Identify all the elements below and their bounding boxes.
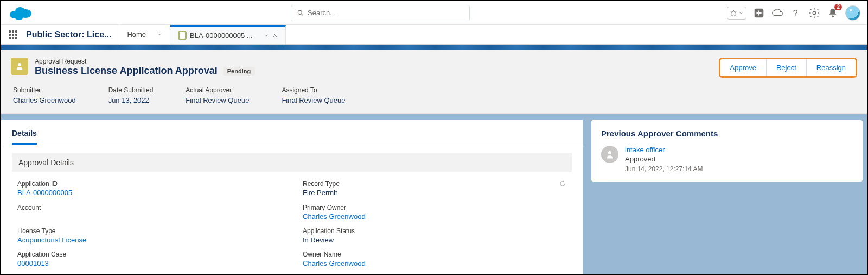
- notification-badge: 2: [834, 4, 842, 10]
- waffle-icon: [9, 30, 17, 39]
- plus-icon: [753, 7, 765, 19]
- status-badge: Pending: [223, 67, 255, 76]
- refresh-button[interactable]: [559, 180, 566, 189]
- favorites-menu[interactable]: [727, 7, 746, 20]
- help-button[interactable]: ?: [790, 7, 802, 19]
- chevron-down-icon: [738, 9, 744, 17]
- details-panel: Details Approval Details Application ID …: [1, 120, 583, 275]
- action-button-group: Approve Reject Reassign: [719, 58, 857, 78]
- tab-details[interactable]: Details: [12, 127, 37, 145]
- comment-item: intake officer Approved Jun 14, 2022, 12…: [601, 146, 853, 173]
- gear-icon: [808, 7, 820, 19]
- global-header: ? 2: [1, 1, 867, 25]
- svg-point-3: [15, 14, 23, 20]
- svg-point-9: [832, 15, 834, 17]
- application-case-link[interactable]: 00001013: [17, 259, 49, 267]
- user-avatar[interactable]: [845, 5, 860, 21]
- field-label: License Type: [17, 227, 281, 235]
- summary-label: Submitter: [13, 86, 76, 94]
- star-icon: [730, 9, 737, 17]
- app-name: Public Sector: Lice...: [25, 25, 119, 44]
- chevron-down-icon[interactable]: [264, 32, 269, 40]
- field-label: Application Case: [17, 251, 281, 258]
- svg-text:?: ?: [793, 8, 798, 17]
- decorative-band: [1, 114, 867, 120]
- section-header: Approval Details: [12, 153, 572, 172]
- salesforce-logo[interactable]: [8, 4, 34, 22]
- field-label: Record Type: [303, 180, 566, 188]
- close-tab-button[interactable]: [272, 32, 278, 40]
- svg-point-8: [813, 11, 816, 15]
- svg-point-4: [298, 10, 302, 14]
- page-header: Approval Request Business License Applic…: [1, 50, 867, 114]
- field-label: Primary Owner: [303, 204, 566, 211]
- reassign-button[interactable]: Reassign: [806, 59, 856, 76]
- reject-button[interactable]: Reject: [766, 59, 806, 76]
- svg-point-11: [608, 151, 611, 154]
- summary-value: Final Review Queue: [282, 96, 345, 104]
- global-search[interactable]: [291, 5, 470, 21]
- svg-rect-10: [180, 32, 185, 39]
- application-id-link[interactable]: BLA-0000000005: [17, 189, 72, 197]
- search-input[interactable]: [308, 9, 464, 17]
- notifications-button[interactable]: 2: [827, 7, 839, 19]
- chevron-down-icon[interactable]: [157, 30, 162, 39]
- comments-panel: Previous Approver Comments intake office…: [591, 120, 863, 182]
- field-label: Owner Name: [303, 251, 566, 258]
- cloud-icon: [771, 7, 783, 19]
- primary-owner-link[interactable]: Charles Greenwood: [303, 212, 366, 221]
- header-actions: ? 2: [727, 5, 860, 21]
- field-value: Fire Permit: [303, 189, 566, 197]
- approve-button[interactable]: Approve: [720, 59, 766, 76]
- summary-label: Assigned To: [282, 86, 345, 94]
- approval-icon: [11, 58, 28, 75]
- commenter-name-link[interactable]: intake officer: [625, 146, 703, 154]
- comment-status: Approved: [625, 155, 703, 163]
- app-nav-bar: Public Sector: Lice... Home BLA-00000000…: [1, 25, 867, 45]
- nav-tab-label: BLA-0000000005 ...: [190, 32, 253, 40]
- nav-tab-record[interactable]: BLA-0000000005 ...: [170, 25, 286, 44]
- comment-timestamp: Jun 14, 2022, 12:27:14 AM: [625, 165, 703, 173]
- add-button[interactable]: [753, 7, 765, 19]
- question-icon: ?: [790, 7, 802, 19]
- field-label: Application Status: [303, 227, 566, 235]
- close-icon: [272, 33, 278, 38]
- field-label: Application ID: [17, 180, 281, 188]
- summary-row: Submitter Charles Greenwood Date Submitt…: [11, 78, 857, 110]
- summary-label: Actual Approver: [186, 86, 249, 94]
- license-type-link[interactable]: Acupuncturist License: [17, 236, 86, 244]
- field-value: In Review: [303, 236, 566, 244]
- owner-name-link[interactable]: Charles Greenwood: [303, 259, 366, 267]
- record-title: Business License Application Approval: [35, 65, 218, 77]
- tabset: Details: [1, 127, 583, 145]
- setup-button[interactable]: [808, 7, 820, 19]
- record-type-icon: [178, 31, 187, 40]
- decorative-band: [1, 45, 867, 50]
- search-icon: [297, 9, 304, 17]
- salesforce-help[interactable]: [771, 7, 783, 19]
- summary-label: Date Submitted: [108, 86, 154, 94]
- person-icon: [605, 149, 615, 159]
- summary-value: Jun 13, 2022: [108, 96, 154, 104]
- comments-title: Previous Approver Comments: [601, 129, 853, 138]
- refresh-icon: [559, 180, 566, 188]
- app-launcher[interactable]: [1, 25, 25, 44]
- svg-line-5: [302, 14, 303, 15]
- record-eyebrow: Approval Request: [35, 58, 719, 65]
- summary-value: Final Review Queue: [186, 96, 249, 104]
- content-area: Details Approval Details Application ID …: [1, 120, 867, 275]
- commenter-avatar: [601, 146, 618, 163]
- nav-tab-home[interactable]: Home: [119, 25, 170, 44]
- field-label: Account: [17, 204, 281, 211]
- summary-value: Charles Greenwood: [13, 96, 76, 104]
- nav-tab-label: Home: [127, 30, 146, 39]
